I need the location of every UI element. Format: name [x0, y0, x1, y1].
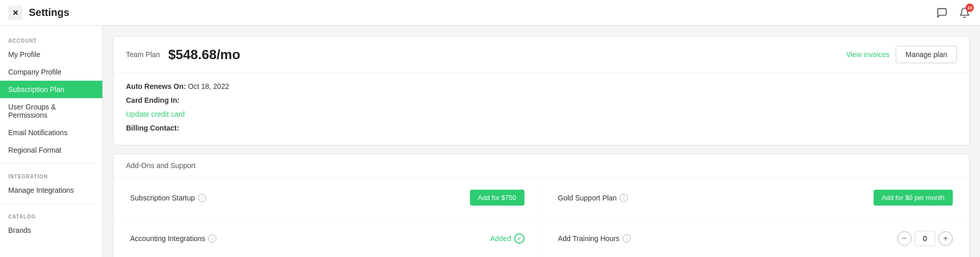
billing-contact-row: Billing Contact: [126, 123, 957, 134]
sidebar-item-company-profile[interactable]: Company Profile [0, 63, 102, 81]
addon-subscription-startup-name: Subscription Startup [130, 194, 195, 202]
training-hours-stepper: − 0 + [897, 231, 953, 246]
accounting-info-icon[interactable]: i [208, 234, 216, 243]
main-content: Team Plan $548.68/mo View invoices Manag… [103, 26, 980, 257]
accounting-check-icon: ✓ [514, 233, 524, 244]
sidebar-item-subscription-plan[interactable]: Subscription Plan [0, 81, 102, 98]
sidebar-item-email-notifications[interactable]: Email Notifications [0, 124, 102, 141]
add-subscription-startup-button[interactable]: Add for $750 [470, 190, 524, 206]
card-ending-row: Card Ending In: [126, 95, 957, 106]
training-info-icon[interactable]: i [623, 234, 631, 243]
addon-gold-support-name: Gold Support Plan [558, 194, 616, 202]
account-section-label: ACCOUNT [0, 32, 102, 46]
add-gold-support-button[interactable]: Add for $0 per month [874, 190, 953, 206]
sidebar-item-my-profile[interactable]: My Profile [0, 46, 102, 63]
view-invoices-button[interactable]: View invoices [846, 50, 890, 59]
plan-card: Team Plan $548.68/mo View invoices Manag… [113, 36, 970, 145]
auto-renews-row: Auto Renews On: Oct 18, 2022 [126, 81, 957, 92]
chat-icon[interactable] [935, 6, 949, 20]
sidebar-item-brands[interactable]: Brands [0, 222, 102, 239]
integration-section-label: INTEGRATION [0, 168, 102, 181]
plan-price: $548.68/mo [168, 47, 846, 63]
close-icon: ✕ [12, 9, 19, 17]
bell-icon[interactable]: 10 [957, 6, 972, 20]
page-title: Settings [29, 7, 935, 19]
sidebar: ACCOUNT My Profile Company Profile Subsc… [0, 26, 103, 257]
notification-badge: 10 [966, 4, 974, 12]
auto-renews-value: Oct 18, 2022 [188, 82, 229, 90]
update-credit-card-link[interactable]: Update credit card [126, 110, 185, 118]
sidebar-item-regional-format[interactable]: Regional Format [0, 141, 102, 159]
stepper-decrement-button[interactable]: − [897, 231, 912, 246]
stepper-value: 0 [915, 231, 935, 246]
addon-training-name: Add Training Hours [558, 234, 620, 243]
addon-subscription-startup: Subscription Startup i Add for $750 [114, 177, 541, 218]
plan-name: Team Plan [126, 50, 160, 59]
catalog-section-label: CATALOG [0, 208, 102, 222]
close-button[interactable]: ✕ [8, 6, 23, 20]
addon-training-hours: Add Training Hours i − 0 + [541, 218, 969, 257]
stepper-increment-button[interactable]: + [938, 231, 953, 246]
sidebar-item-user-groups[interactable]: User Groups & Permissions [0, 98, 102, 124]
addons-card: Add-Ons and Support Subscription Startup… [113, 154, 970, 257]
addons-grid: Subscription Startup i Add for $750 Gold… [114, 177, 969, 257]
addons-header: Add-Ons and Support [114, 154, 969, 177]
addon-accounting-name: Accounting Integrations [130, 234, 205, 243]
manage-plan-button[interactable]: Manage plan [896, 46, 957, 63]
addon-gold-support: Gold Support Plan i Add for $0 per month [541, 177, 969, 218]
sidebar-item-manage-integrations[interactable]: Manage Integrations [0, 181, 102, 199]
subscription-startup-info-icon[interactable]: i [198, 194, 206, 202]
accounting-added-label: Added ✓ [491, 233, 524, 244]
addon-accounting-integrations: Accounting Integrations i Added ✓ [114, 218, 541, 257]
gold-support-info-icon[interactable]: i [620, 194, 628, 202]
